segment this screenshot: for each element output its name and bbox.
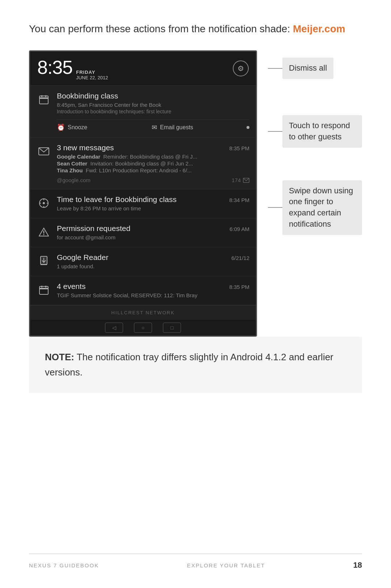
- svg-rect-18: [39, 286, 48, 294]
- permission-content: Permission requested 6:09 AM for account…: [57, 224, 249, 241]
- page-footer: NEXUS 7 GUIDEBOOK EXPLORE YOUR TABLET 18: [29, 554, 362, 570]
- bookbinding-subtitle: 8:45pm, San Francisco Center for the Boo…: [57, 102, 249, 108]
- notification-leave: Time to leave for Bookbinding class 8:34…: [30, 189, 256, 218]
- email-icon: ✉: [152, 123, 157, 131]
- snooze-icon: ⏰: [57, 123, 65, 131]
- diagram-wrapper: 8:35 FRIDAY JUNE 22, 2012 ⚙: [29, 50, 362, 337]
- permission-time: 6:09 AM: [230, 226, 249, 232]
- annotations-column: Dismiss all Touch to respond to other gu…: [257, 50, 362, 337]
- dismiss-all-callout: Dismiss all: [282, 58, 333, 79]
- touch-respond-label: Touch to respond to other guests: [289, 121, 350, 141]
- notification-reader: Google Reader 6/21/12 1 update found.: [30, 247, 256, 276]
- brand-name: Meijer.com: [293, 23, 345, 34]
- message-line-2: Sean Cotter Invitation: Bookbinding clas…: [57, 160, 249, 167]
- calendar-icon: [37, 92, 51, 107]
- messages-time: 8:35 PM: [229, 145, 249, 151]
- reader-subtitle: 1 update found.: [57, 263, 249, 269]
- intro-text: You can perform these actions from the n…: [29, 22, 362, 36]
- swipe-down-label: Swipe down using one finger to expand ce…: [289, 186, 353, 228]
- svg-rect-0: [39, 96, 48, 104]
- date-display: JUNE 22, 2012: [76, 75, 108, 80]
- download-icon: [37, 254, 51, 268]
- message-line-1: Google Calendar Reminder: Bookbinding cl…: [57, 154, 249, 160]
- footer-section: EXPLORE YOUR TABLET: [187, 562, 265, 568]
- day-display: FRIDAY: [76, 70, 108, 75]
- bookbinding-body: Introduction to bookbinding techniques: …: [57, 109, 249, 114]
- svg-rect-1: [39, 97, 48, 99]
- messages-footer: @google.com 174: [57, 177, 249, 183]
- note-box: NOTE: The notification tray differs slig…: [29, 337, 362, 393]
- dismiss-connector: [268, 68, 282, 69]
- time-block: 8:35 FRIDAY JUNE 22, 2012: [37, 56, 108, 80]
- svg-rect-20: [41, 286, 42, 287]
- notification-bookbinding: Bookbinding class 8:45pm, San Francisco …: [30, 86, 256, 138]
- bookbinding-actions: ⏰ Snooze ✉ Email guests: [57, 119, 249, 131]
- note-text: The notification tray differs slightly i…: [45, 352, 333, 378]
- dismiss-callout-row: Dismiss all: [268, 58, 362, 79]
- count-number: 174: [232, 177, 241, 183]
- messages-title: 3 new messages: [57, 143, 114, 152]
- leave-title: Time to leave for Bookbinding class: [57, 195, 177, 204]
- notification-events: 4 events 8:35 PM TGIF Summer Solstice So…: [30, 276, 256, 305]
- snooze-button[interactable]: ⏰ Snooze: [57, 123, 152, 131]
- permission-title: Permission requested: [57, 224, 130, 233]
- home-button[interactable]: ○: [134, 323, 152, 333]
- footer-guidebook: NEXUS 7 GUIDEBOOK: [29, 562, 99, 568]
- settings-icon[interactable]: ⚙: [233, 60, 249, 76]
- email-guests-label: Email guests: [160, 124, 193, 131]
- svg-rect-19: [39, 288, 48, 289]
- message-count: 174: [232, 177, 249, 183]
- date-block: FRIDAY JUNE 22, 2012: [76, 70, 108, 80]
- network-bar: HILLCREST NETWORK: [30, 305, 256, 320]
- time-display: 8:35: [37, 56, 72, 78]
- svg-rect-21: [45, 286, 46, 287]
- messages-content: 3 new messages 8:35 PM Google Calendar R…: [57, 143, 249, 183]
- touch-connector: [268, 131, 282, 132]
- notification-messages: 3 new messages 8:35 PM Google Calendar R…: [30, 138, 256, 189]
- events-subtitle: TGIF Summer Solstice Social, RESERVED: 1…: [57, 292, 249, 298]
- bookbinding-title: Bookbinding class: [57, 92, 118, 100]
- reader-title: Google Reader: [57, 253, 108, 262]
- events-title: 4 events: [57, 282, 85, 291]
- svg-rect-2: [41, 95, 42, 97]
- touch-respond-callout: Touch to respond to other guests: [282, 115, 362, 148]
- svg-rect-3: [45, 95, 46, 97]
- back-button[interactable]: ◁: [105, 323, 123, 333]
- reader-content: Google Reader 6/21/12 1 update found.: [57, 253, 249, 270]
- touch-callout-row: Touch to respond to other guests: [268, 115, 362, 148]
- snooze-label: Snooze: [68, 124, 87, 131]
- status-bar: 8:35 FRIDAY JUNE 22, 2012 ⚙: [30, 51, 256, 86]
- events-content: 4 events 8:35 PM TGIF Summer Solstice So…: [57, 282, 249, 299]
- warning-icon: [37, 225, 51, 239]
- leave-subtitle: Leave by 8:26 PM to arrive on time: [57, 205, 249, 211]
- notification-permission: Permission requested 6:09 AM for account…: [30, 218, 256, 247]
- note-bold: NOTE:: [45, 352, 74, 362]
- leave-content: Time to leave for Bookbinding class 8:34…: [57, 195, 249, 212]
- page-container: You can perform these actions from the n…: [0, 0, 391, 588]
- events-time: 8:35 PM: [229, 284, 249, 290]
- permission-subtitle: for account @gmail.com: [57, 234, 249, 240]
- footer-email: @google.com: [57, 177, 91, 183]
- phone-screen: 8:35 FRIDAY JUNE 22, 2012 ⚙: [29, 50, 257, 337]
- email-notif-icon: [37, 144, 51, 159]
- swipe-down-callout: Swipe down using one finger to expand ce…: [282, 180, 362, 235]
- reader-time: 6/21/12: [231, 255, 249, 261]
- bottom-bar: ◁ ○ □: [30, 320, 256, 336]
- dismiss-all-label: Dismiss all: [289, 63, 327, 72]
- svg-point-7: [43, 202, 45, 204]
- swipe-callout-row: Swipe down using one finger to expand ce…: [268, 180, 362, 235]
- leave-time: 8:34 PM: [229, 197, 249, 203]
- footer-page-number: 18: [353, 560, 362, 570]
- svg-point-14: [43, 234, 45, 235]
- email-guests-button[interactable]: ✉ Email guests: [152, 123, 247, 131]
- recents-button[interactable]: □: [163, 323, 181, 333]
- message-line-3: Tina Zhou Fwd: L10n Production Report: A…: [57, 167, 249, 173]
- swipe-connector: [268, 207, 282, 208]
- events-calendar-icon: [37, 283, 51, 297]
- leave-icon: [37, 196, 51, 210]
- bookbinding-content: Bookbinding class 8:45pm, San Francisco …: [57, 92, 249, 131]
- action-dot: [247, 126, 249, 129]
- intro-paragraph: You can perform these actions from the n…: [29, 23, 290, 34]
- network-name: HILLCREST NETWORK: [111, 310, 175, 315]
